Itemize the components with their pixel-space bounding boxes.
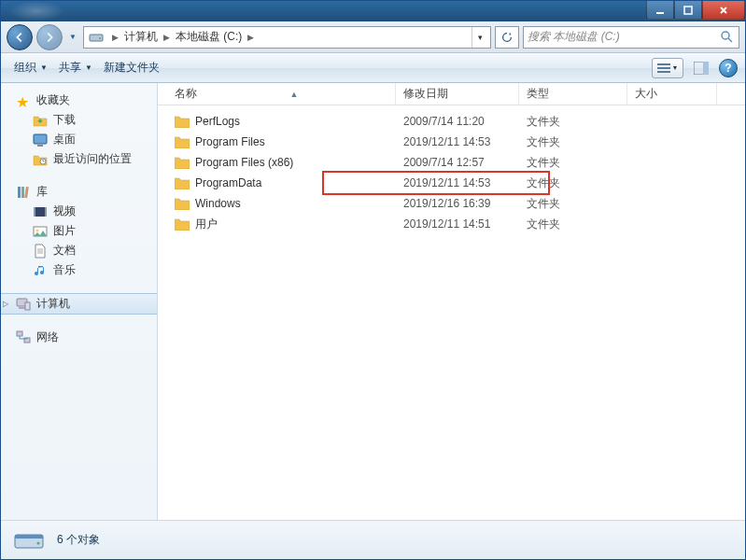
svg-rect-15	[18, 187, 21, 198]
sidebar-computer[interactable]: ▷ 计算机	[1, 293, 157, 315]
navbar: ▼ ▶ 计算机 ▶ 本地磁盘 (C:) ▶ ▾ 搜索 本地磁盘 (C:)	[1, 21, 745, 53]
view-mode-button[interactable]: ▼	[652, 58, 683, 78]
svg-rect-2	[90, 35, 103, 41]
new-folder-button[interactable]: 新建文件夹	[98, 56, 165, 79]
share-button[interactable]: 共享▼	[53, 56, 98, 79]
file-list: PerfLogs2009/7/14 11:20文件夹Program Files2…	[158, 105, 745, 520]
svg-rect-19	[34, 207, 35, 217]
breadcrumb-computer[interactable]: 计算机	[122, 29, 160, 45]
back-button[interactable]	[7, 24, 33, 50]
toolbar: 组织▼ 共享▼ 新建文件夹 ▼ ?	[1, 53, 745, 83]
maximize-button[interactable]	[674, 1, 702, 20]
file-name: PerfLogs	[195, 115, 240, 128]
desktop-icon	[33, 133, 48, 147]
sidebar-libraries-group: 库 视频 图片 文档 音乐	[1, 182, 157, 280]
file-type: 文件夹	[519, 217, 627, 232]
search-input[interactable]: 搜索 本地磁盘 (C:)	[523, 26, 739, 49]
svg-rect-26	[17, 331, 22, 336]
help-button[interactable]: ?	[719, 59, 738, 77]
sidebar-recent[interactable]: 最近访问的位置	[1, 149, 157, 169]
preview-pane-button[interactable]	[685, 58, 717, 78]
breadcrumb-sep-icon: ▶	[163, 33, 170, 42]
sidebar-desktop[interactable]: 桌面	[1, 130, 157, 149]
status-text: 6 个对象	[57, 532, 100, 548]
svg-rect-25	[25, 302, 30, 310]
file-row[interactable]: PerfLogs2009/7/14 11:20文件夹	[158, 111, 745, 132]
file-type: 文件夹	[519, 134, 627, 150]
folder-icon	[175, 156, 190, 169]
sidebar-network-group: 网络	[1, 328, 157, 347]
svg-rect-12	[34, 134, 47, 144]
file-row[interactable]: 用户2019/12/11 14:51文件夹	[158, 214, 745, 234]
file-name: ProgramData	[195, 176, 261, 189]
file-name: Windows	[195, 197, 241, 210]
file-name: 用户	[195, 217, 218, 232]
forward-button[interactable]	[36, 24, 63, 50]
sidebar-videos[interactable]: 视频	[1, 202, 157, 221]
video-icon	[33, 204, 48, 219]
column-name[interactable]: 名称 ▲	[158, 83, 396, 105]
folder-icon	[175, 197, 190, 210]
sidebar-pictures[interactable]: 图片	[1, 221, 157, 241]
nav-history-dropdown[interactable]: ▼	[66, 28, 79, 47]
column-type[interactable]: 类型	[519, 83, 627, 105]
main-panel: 名称 ▲ 修改日期 类型 大小 PerfLogs2009/7/14 11:20文…	[158, 83, 745, 520]
sidebar-favorites[interactable]: ★ 收藏夹	[1, 91, 157, 110]
column-headers: 名称 ▲ 修改日期 类型 大小	[158, 83, 745, 105]
sidebar-network[interactable]: 网络	[1, 328, 157, 347]
file-type: 文件夹	[519, 196, 627, 212]
svg-point-30	[37, 541, 40, 544]
folder-icon	[175, 115, 190, 128]
file-row[interactable]: ProgramData2019/12/11 14:53文件夹	[158, 173, 745, 193]
file-type: 文件夹	[519, 155, 627, 171]
title-glow	[8, 1, 64, 21]
status-bar: 6 个对象	[1, 520, 745, 559]
folder-icon	[175, 135, 190, 148]
folder-icon	[175, 176, 190, 189]
sidebar-libraries[interactable]: 库	[1, 182, 157, 202]
file-type: 文件夹	[519, 114, 627, 130]
svg-rect-17	[24, 186, 29, 197]
drive-icon	[12, 524, 46, 557]
window-controls	[646, 1, 745, 21]
svg-rect-9	[657, 71, 670, 73]
close-button[interactable]	[702, 1, 745, 20]
sidebar-documents[interactable]: 文档	[1, 241, 157, 260]
address-dropdown[interactable]: ▾	[472, 27, 488, 48]
sidebar-music[interactable]: 音乐	[1, 260, 157, 280]
column-size[interactable]: 大小	[627, 83, 717, 105]
column-date[interactable]: 修改日期	[396, 83, 519, 105]
expand-icon[interactable]: ▷	[3, 300, 8, 308]
file-date: 2019/12/11 14:53	[396, 135, 519, 148]
body: ★ 收藏夹 下载 桌面 最近访问的位置	[1, 83, 745, 520]
svg-point-5	[722, 32, 729, 39]
file-name: Program Files (x86)	[195, 156, 293, 169]
svg-rect-8	[657, 67, 670, 69]
sort-asc-icon: ▲	[290, 90, 299, 99]
file-date: 2009/7/14 11:20	[396, 115, 519, 128]
svg-point-4	[99, 37, 101, 39]
file-row[interactable]: Program Files (x86)2009/7/14 12:57文件夹	[158, 152, 745, 173]
file-row[interactable]: Program Files2019/12/11 14:53文件夹	[158, 132, 745, 152]
titlebar[interactable]	[1, 1, 745, 21]
preview-pane-icon	[694, 62, 709, 75]
search-placeholder: 搜索 本地磁盘 (C:)	[528, 29, 620, 45]
sidebar: ★ 收藏夹 下载 桌面 最近访问的位置	[1, 83, 158, 520]
address-bar[interactable]: ▶ 计算机 ▶ 本地磁盘 (C:) ▶ ▾	[83, 26, 491, 49]
svg-rect-29	[15, 535, 43, 539]
breadcrumb-sep-icon: ▶	[247, 33, 254, 42]
organize-button[interactable]: 组织▼	[8, 56, 53, 79]
refresh-button[interactable]	[495, 26, 519, 49]
file-date: 2019/12/11 14:51	[396, 217, 519, 231]
minimize-button[interactable]	[646, 1, 674, 20]
breadcrumb-sep-icon: ▶	[112, 33, 119, 42]
documents-icon	[33, 244, 48, 259]
breadcrumb-drive[interactable]: 本地磁盘 (C:)	[174, 29, 244, 45]
folder-icon	[175, 217, 190, 231]
file-row[interactable]: Windows2019/12/16 16:39文件夹	[158, 193, 745, 214]
sidebar-downloads[interactable]: 下载	[1, 110, 157, 130]
file-name: Program Files	[195, 135, 265, 148]
music-icon	[33, 263, 48, 278]
svg-rect-7	[657, 63, 670, 65]
library-icon	[16, 185, 31, 200]
